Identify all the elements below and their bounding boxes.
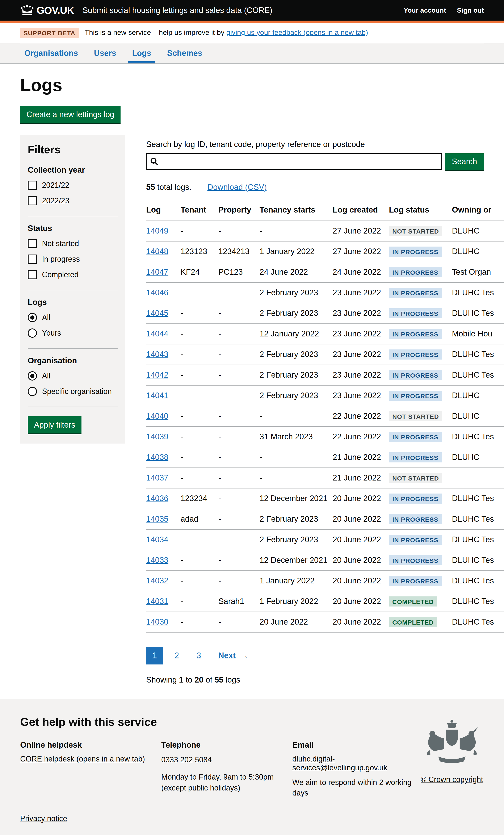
log-link[interactable]: 14045 [146,309,168,318]
log-created-cell: 20 June 2022 [332,529,389,550]
header-link[interactable]: Your account [404,6,446,14]
log-link[interactable]: 14039 [146,432,168,441]
filter-option[interactable]: All [28,371,118,381]
filter-option[interactable]: All [28,313,118,322]
search-button[interactable]: Search [445,153,484,170]
header-link[interactable]: Sign out [457,6,484,14]
download-csv-link[interactable]: Download (CSV) [207,183,267,191]
tenancy-starts-cell: 12 January 2022 [260,324,332,344]
crown-copyright-link[interactable]: © Crown copyright [418,775,485,784]
status-badge: IN PROGRESS [389,329,442,339]
telephone-heading: Telephone [161,740,280,750]
log-link[interactable]: 14030 [146,617,168,626]
status-badge: IN PROGRESS [389,555,442,565]
filter-option[interactable]: Yours [28,328,118,338]
filter-option-label: Not started [42,239,79,248]
search-icon [150,157,158,167]
nav-item[interactable]: Logs [128,43,155,63]
log-link[interactable]: 14041 [146,391,168,400]
log-link[interactable]: 14047 [146,268,168,277]
filter-control[interactable] [28,328,37,338]
log-link[interactable]: 14035 [146,514,168,523]
tenant-cell: - [181,344,218,365]
log-link[interactable]: 14044 [146,329,168,338]
search-input[interactable] [146,153,442,170]
filter-option-label: 2022/23 [42,196,69,205]
filter-control[interactable] [28,313,37,322]
table-row: 14045 - - 2 February 2023 23 June 2022 I… [146,303,504,324]
privacy-notice-link[interactable]: Privacy notice [20,814,67,823]
filter-option-label: Yours [42,329,61,338]
log-link[interactable]: 14033 [146,556,168,565]
apply-filters-button[interactable]: Apply filters [28,416,81,433]
table-row: 14032 - - 1 January 2022 20 June 2022 IN… [146,571,504,591]
column-header: Log status [389,201,452,221]
table-row: 14040 - - - 22 June 2022 NOT STARTED DLU… [146,406,504,427]
page-link[interactable]: 2 [168,647,185,665]
table-row: 14049 - - - 27 June 2022 NOT STARTED DLU… [146,221,504,241]
govuk-logotype[interactable]: GOV.UK [37,4,74,16]
tenancy-starts-cell: 1 February 2022 [260,591,332,612]
filter-control[interactable] [28,181,37,190]
column-header: Tenant [181,201,218,221]
filter-group-heading: Collection year [28,165,118,175]
feedback-link[interactable]: giving us your feedback (opens in a new … [226,28,368,37]
owning-org-cell: DLUHC [452,385,504,406]
tenant-cell: - [181,612,218,632]
filter-control[interactable] [28,254,37,264]
log-link[interactable]: 14048 [146,247,168,256]
log-link[interactable]: 14034 [146,535,168,544]
next-page-link[interactable]: Next [218,651,236,660]
page-link[interactable]: 1 [146,647,163,665]
nav-item[interactable]: Users [90,43,121,63]
header: GOV.UK Submit social housing lettings an… [0,0,504,23]
log-created-cell: 23 June 2022 [332,344,389,365]
filter-option[interactable]: 2022/23 [28,196,118,205]
footer-columns: Online helpdesk CORE helpdesk (opens in … [20,740,484,799]
filter-control[interactable] [28,196,37,205]
log-link[interactable]: 14038 [146,453,168,462]
log-link[interactable]: 14043 [146,350,168,359]
table-row: 14038 - - - 21 June 2022 IN PROGRESS DLU… [146,447,504,468]
owning-org-cell: DLUHC Tes [452,591,504,612]
filter-group: Logs All Yours [28,298,118,349]
tenancy-starts-cell: 2 February 2023 [260,344,332,365]
log-link[interactable]: 14046 [146,288,168,297]
filter-control[interactable] [28,371,37,381]
status-badge: IN PROGRESS [389,247,442,257]
filter-control[interactable] [28,387,37,396]
filter-option[interactable]: 2021/22 [28,181,118,190]
tenancy-starts-cell: - [260,221,332,241]
filter-option-label: In progress [42,255,80,264]
filter-group: Status Not started [28,224,118,290]
email-link[interactable]: dluhc.digital-services@levellingup.gov.u… [292,755,387,772]
filter-option[interactable]: Specific organisation [28,387,118,396]
create-lettings-log-button[interactable]: Create a new lettings log [20,106,121,123]
log-link[interactable]: 14040 [146,412,168,421]
log-link[interactable]: 14042 [146,370,168,379]
log-link[interactable]: 14036 [146,494,168,503]
tenant-cell: - [181,406,218,427]
phase-banner-text: This is a new service – help us improve … [85,28,368,37]
log-link[interactable]: 14032 [146,576,168,585]
log-link[interactable]: 14049 [146,226,168,235]
filter-option[interactable]: Completed [28,270,118,279]
property-cell: - [218,529,260,550]
property-cell: - [218,427,260,447]
nav-item[interactable]: Schemes [163,43,206,63]
service-name-link[interactable]: Submit social housing lettings and sales… [82,6,273,15]
tenant-cell: - [181,283,218,303]
log-link[interactable]: 14037 [146,473,168,482]
log-link[interactable]: 14031 [146,597,168,606]
filters-panel: Filters Collection year 2021/22 [20,135,125,444]
filter-option[interactable]: In progress [28,254,118,264]
tenant-cell: - [181,591,218,612]
filter-control[interactable] [28,239,37,248]
page-link[interactable]: 3 [190,647,207,665]
crest-block: © Crown copyright [418,718,485,784]
property-cell: - [218,612,260,632]
nav-item[interactable]: Organisations [20,43,82,63]
filter-control[interactable] [28,270,37,279]
helpdesk-link[interactable]: CORE helpdesk (opens in a new tab) [20,755,145,763]
filter-option[interactable]: Not started [28,239,118,248]
